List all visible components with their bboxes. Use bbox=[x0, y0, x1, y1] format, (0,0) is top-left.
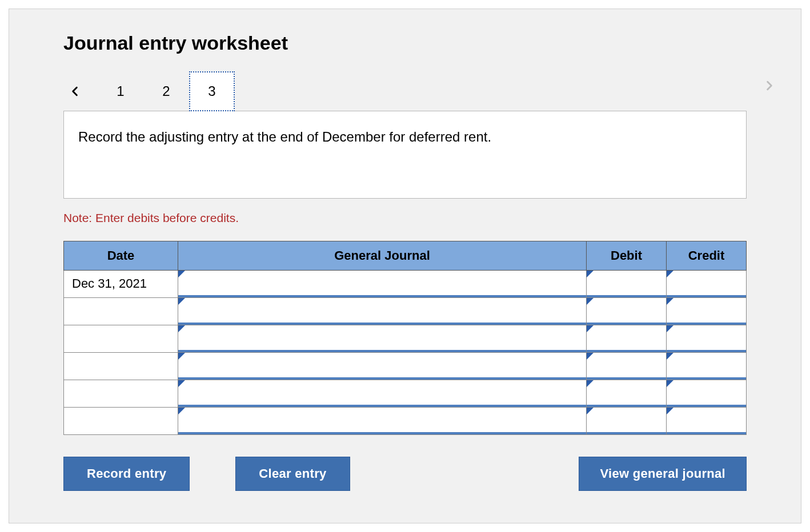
tab-3[interactable]: 3 bbox=[189, 71, 235, 111]
credit-cell[interactable] bbox=[667, 325, 747, 352]
date-cell[interactable] bbox=[64, 380, 178, 407]
general-journal-cell[interactable] bbox=[178, 325, 587, 352]
general-journal-cell[interactable] bbox=[178, 270, 587, 297]
general-journal-cell[interactable] bbox=[178, 407, 587, 434]
debit-cell[interactable] bbox=[587, 380, 667, 407]
debit-cell[interactable] bbox=[587, 352, 667, 380]
chevron-left-icon bbox=[69, 83, 81, 100]
next-entry-button[interactable] bbox=[758, 74, 781, 97]
spacer bbox=[396, 457, 534, 491]
prev-entry-button[interactable] bbox=[63, 80, 86, 103]
general-journal-cell[interactable] bbox=[178, 380, 587, 407]
instruction-text: Record the adjusting entry at the end of… bbox=[78, 129, 491, 144]
debit-cell[interactable] bbox=[587, 297, 667, 325]
credit-cell[interactable] bbox=[667, 407, 747, 434]
credit-cell[interactable] bbox=[667, 380, 747, 407]
general-journal-cell[interactable] bbox=[178, 297, 587, 325]
chevron-right-icon bbox=[764, 77, 775, 94]
button-row: Record entry Clear entry View general jo… bbox=[63, 457, 747, 508]
instruction-box: Record the adjusting entry at the end of… bbox=[63, 111, 747, 199]
table-row bbox=[64, 380, 747, 407]
tab-1[interactable]: 1 bbox=[98, 71, 143, 111]
credit-cell[interactable] bbox=[667, 352, 747, 380]
date-cell[interactable]: Dec 31, 2021 bbox=[64, 270, 178, 297]
general-journal-cell[interactable] bbox=[178, 352, 587, 380]
view-general-journal-button[interactable]: View general journal bbox=[579, 457, 747, 491]
table-header-row: Date General Journal Debit Credit bbox=[64, 241, 747, 270]
tab-2[interactable]: 2 bbox=[143, 71, 189, 111]
page-title: Journal entry worksheet bbox=[63, 32, 747, 54]
clear-entry-button[interactable]: Clear entry bbox=[235, 457, 350, 491]
table-row bbox=[64, 325, 747, 352]
journal-table: Date General Journal Debit Credit Dec 31… bbox=[63, 241, 747, 435]
table-row bbox=[64, 297, 747, 325]
record-entry-button[interactable]: Record entry bbox=[63, 457, 190, 491]
table-row: Dec 31, 2021 bbox=[64, 270, 747, 297]
table-row bbox=[64, 352, 747, 380]
col-header-credit: Credit bbox=[667, 241, 747, 270]
tab-row: 1 2 3 bbox=[63, 71, 747, 111]
credit-cell[interactable] bbox=[667, 297, 747, 325]
col-header-debit: Debit bbox=[587, 241, 667, 270]
table-row bbox=[64, 407, 747, 434]
date-cell[interactable] bbox=[64, 407, 178, 434]
entry-tabs: 1 2 3 bbox=[98, 71, 235, 111]
debit-cell[interactable] bbox=[587, 325, 667, 352]
debit-cell[interactable] bbox=[587, 407, 667, 434]
date-cell[interactable] bbox=[64, 352, 178, 380]
col-header-date: Date bbox=[64, 241, 178, 270]
credit-cell[interactable] bbox=[667, 270, 747, 297]
debit-cell[interactable] bbox=[587, 270, 667, 297]
date-cell[interactable] bbox=[64, 325, 178, 352]
note-text: Note: Enter debits before credits. bbox=[63, 211, 747, 225]
date-cell[interactable] bbox=[64, 297, 178, 325]
col-header-general-journal: General Journal bbox=[178, 241, 587, 270]
